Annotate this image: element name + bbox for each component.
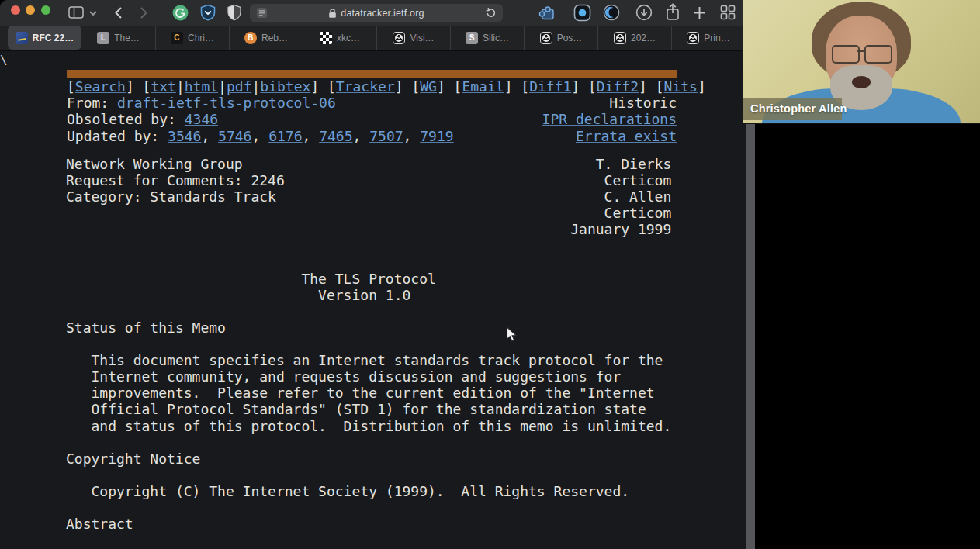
- tab-label: The…: [114, 33, 140, 43]
- tab-xkc-[interactable]: xkc…: [303, 26, 376, 50]
- page-content: \ [Search] [txt|html|pdf|bibtex] [Tracke…: [0, 51, 746, 549]
- new-tab-icon[interactable]: [693, 6, 706, 19]
- doc-link[interactable]: IPR declarations: [542, 111, 677, 127]
- doc-header-row: Updated by: 3546, 5746, 6176, 7465, 7507…: [67, 128, 677, 144]
- minimize-window-button[interactable]: [26, 5, 35, 15]
- glasses-bridge: [857, 50, 865, 52]
- doc-text: |: [251, 78, 260, 95]
- doc-header-row: Obsoleted by: 4346IPR declarations: [67, 111, 677, 127]
- tab-label: Reb…: [261, 33, 288, 43]
- doc-text: Updated by:: [67, 128, 168, 144]
- tab-overview-icon[interactable]: [720, 5, 736, 20]
- rfc-memo-text: Network Working Group T. Dierks Request …: [66, 156, 671, 532]
- doc-link[interactable]: 3546: [168, 128, 201, 144]
- doc-text: [: [67, 78, 75, 95]
- tab-silic-[interactable]: SSilic…: [450, 26, 524, 50]
- glasses-left-lens: [832, 45, 860, 64]
- person-mouth: [852, 76, 871, 88]
- doc-header-right: IPR declarations: [542, 111, 677, 127]
- adblock-shield-extension-icon[interactable]: [227, 4, 242, 21]
- dark-mode-moon-icon[interactable]: [603, 4, 620, 21]
- doc-link[interactable]: bibtex: [260, 78, 310, 95]
- doc-link[interactable]: 4346: [185, 111, 218, 127]
- tab-pos-[interactable]: Pos…: [524, 26, 597, 50]
- document-header: [Search] [txt|html|pdf|bibtex] [Tracker]…: [67, 78, 677, 144]
- doc-header-left: Obsoleted by: 4346: [67, 111, 218, 127]
- doc-link[interactable]: Diff1: [529, 78, 571, 95]
- doc-link[interactable]: Email: [462, 78, 504, 95]
- doc-link[interactable]: Search: [75, 78, 126, 95]
- doc-text: ] [: [126, 78, 151, 95]
- grammarly-extension-icon[interactable]: [172, 5, 189, 21]
- doc-link[interactable]: 7465: [319, 128, 352, 144]
- doc-link[interactable]: 7507: [369, 128, 403, 144]
- zoom-window-button[interactable]: [41, 5, 50, 15]
- doc-text: ] [: [639, 78, 664, 95]
- doc-link[interactable]: WG: [420, 78, 437, 95]
- doc-text: ] [: [504, 78, 530, 95]
- doc-header-right: Historic: [609, 95, 677, 111]
- doc-link[interactable]: Nits: [664, 78, 698, 95]
- doc-header-right: Errata exist: [576, 128, 677, 144]
- doc-link[interactable]: 5746: [218, 128, 251, 144]
- doc-text: |: [176, 78, 185, 95]
- sidebar-toggle-icon[interactable]: [68, 6, 84, 19]
- doc-text: ] [: [437, 78, 462, 95]
- browser-toolbar: datatracker.ietf.org: [0, 0, 746, 26]
- tab-group-chevron-icon[interactable]: [89, 11, 97, 16]
- tab-visi-[interactable]: Visi…: [376, 26, 450, 50]
- doc-text: ,: [251, 128, 268, 144]
- screen: datatracker.ietf.org: [0, 0, 980, 549]
- doc-text: ] [: [395, 78, 421, 95]
- forward-icon[interactable]: [140, 6, 148, 19]
- doc-text: Obsoleted by:: [67, 111, 185, 127]
- doc-text: ,: [303, 128, 320, 144]
- close-window-button[interactable]: [11, 5, 20, 15]
- tab-label: Prin…: [704, 33, 729, 43]
- tab-the-[interactable]: LThe…: [81, 26, 155, 50]
- downloads-icon[interactable]: [635, 4, 653, 21]
- doc-link[interactable]: txt: [151, 78, 176, 95]
- letter-favicon-icon: S: [466, 32, 478, 44]
- doc-link[interactable]: Tracker: [336, 78, 395, 95]
- tab-label: Pos…: [557, 33, 583, 43]
- doc-link[interactable]: draft-ietf-tls-protocol-06: [117, 95, 336, 111]
- doc-link[interactable]: 6176: [268, 128, 302, 144]
- tab-label: Visi…: [410, 33, 434, 43]
- tab-202-[interactable]: 202…: [597, 26, 671, 50]
- reader-page-icon[interactable]: [256, 7, 268, 19]
- glasses-right-lens: [864, 45, 892, 64]
- doc-nav-links: [Search] [txt|html|pdf|bibtex] [Tracker]…: [67, 78, 677, 95]
- share-icon[interactable]: [664, 2, 681, 22]
- doc-text: ,: [201, 128, 218, 144]
- doc-text: From:: [67, 95, 117, 111]
- tab-prin-[interactable]: Prin…: [671, 26, 745, 50]
- reel-favicon-icon: [687, 32, 699, 44]
- doc-link[interactable]: Diff2: [597, 78, 639, 95]
- doc-link[interactable]: pdf: [227, 78, 252, 95]
- tab-label: 202…: [631, 33, 656, 43]
- doc-text: ,: [353, 128, 370, 144]
- address-bar[interactable]: datatracker.ietf.org: [250, 4, 503, 22]
- doc-link[interactable]: Errata exist: [576, 128, 677, 144]
- screen-indicator-icon[interactable]: [573, 4, 591, 22]
- back-icon[interactable]: [114, 6, 123, 19]
- tab-reb-[interactable]: BReb…: [229, 26, 303, 50]
- doc-text: ,: [403, 128, 421, 144]
- mouse-cursor: [506, 326, 518, 347]
- webcam-overlay: Christopher Allen: [743, 0, 980, 124]
- tab-label: xkc…: [337, 33, 360, 43]
- extensions-puzzle-icon[interactable]: [538, 4, 556, 22]
- doc-link[interactable]: 7919: [420, 128, 453, 144]
- doc-header-row: From: draft-ietf-tls-protocol-06Historic: [67, 95, 677, 111]
- shield-check-extension-icon[interactable]: [199, 4, 216, 21]
- tab-chri-[interactable]: CChri…: [155, 26, 229, 50]
- doc-header-left: From: draft-ietf-tls-protocol-06: [67, 95, 336, 111]
- doc-text: ]: [698, 78, 706, 95]
- lock-icon: [328, 8, 337, 19]
- url-text: datatracker.ietf.org: [341, 8, 424, 19]
- doc-link[interactable]: html: [185, 78, 218, 95]
- reel-favicon-icon: [614, 32, 626, 44]
- tab-rfc-22-[interactable]: RFC 22…: [8, 26, 81, 50]
- reload-icon[interactable]: [485, 7, 497, 19]
